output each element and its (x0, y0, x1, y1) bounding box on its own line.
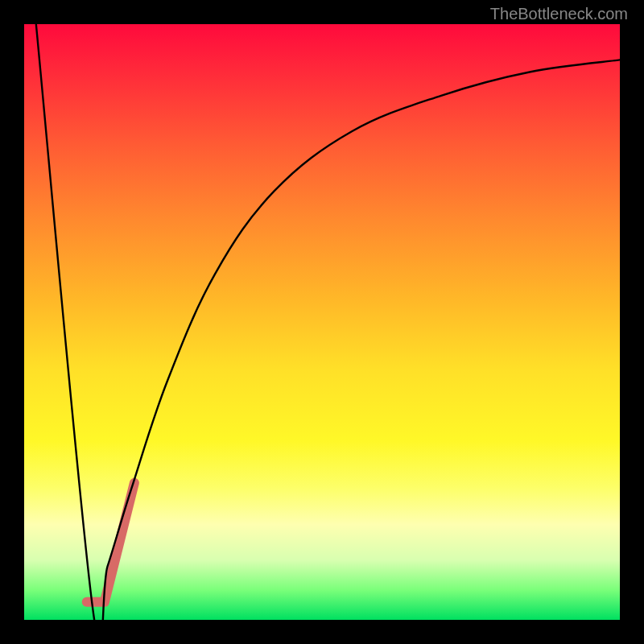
bottleneck-chart (24, 24, 620, 620)
watermark-text: TheBottleneck.com (490, 5, 628, 23)
chart-lines (24, 24, 620, 620)
